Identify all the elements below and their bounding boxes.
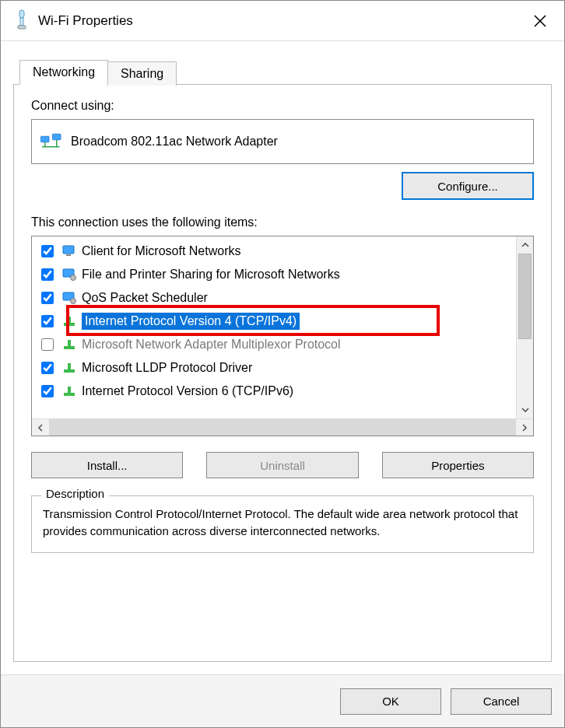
net-green-icon [61, 313, 77, 329]
svg-rect-18 [64, 346, 75, 349]
properties-button[interactable]: Properties [382, 452, 534, 478]
tab-networking[interactable]: Networking [19, 60, 108, 85]
configure-button[interactable]: Configure... [402, 172, 534, 200]
svg-rect-10 [63, 246, 74, 254]
tab-sharing[interactable]: Sharing [107, 61, 177, 86]
svg-rect-6 [53, 134, 61, 140]
description-text: Transmission Control Protocol/Internet P… [43, 506, 522, 540]
item-label: Internet Protocol Version 6 (TCP/IPv6) [82, 384, 293, 398]
description-legend: Description [41, 487, 109, 500]
item-checkbox[interactable] [41, 268, 54, 281]
items-label: This connection uses the following items… [31, 215, 534, 229]
scroll-right-arrow[interactable] [516, 419, 533, 436]
hscroll-track[interactable] [49, 419, 516, 436]
svg-point-13 [71, 275, 76, 281]
horizontal-scrollbar[interactable] [32, 418, 533, 436]
svg-rect-21 [68, 363, 71, 369]
window-title: Wi-Fi Properties [38, 13, 522, 29]
monitor-icon [61, 243, 77, 259]
net-green-icon [61, 360, 77, 376]
close-button[interactable] [522, 3, 558, 39]
svg-rect-0 [19, 10, 24, 18]
svg-point-15 [71, 299, 76, 304]
item-checkbox[interactable] [41, 245, 54, 257]
tab-body-wrap: Connect using: Broadcom 802.11ac Network… [1, 85, 564, 674]
networking-panel: Connect using: Broadcom 802.11ac Network… [13, 84, 552, 662]
adapter-name: Broadcom 802.11ac Network Adapter [71, 135, 278, 149]
scroll-down-arrow[interactable] [517, 401, 533, 418]
list-item[interactable]: Internet Protocol Version 6 (TCP/IPv6) [37, 380, 516, 403]
scroll-thumb[interactable] [518, 254, 532, 339]
connection-items-list: Client for Microsoft NetworksFile and Pr… [31, 236, 534, 436]
cancel-button[interactable]: Cancel [451, 688, 552, 715]
install-button[interactable]: Install... [31, 452, 183, 478]
wifi-properties-window: Wi-Fi Properties Networking Sharing Conn… [0, 0, 565, 728]
item-checkbox[interactable] [41, 292, 54, 304]
svg-rect-16 [64, 323, 75, 326]
list-item[interactable]: File and Printer Sharing for Microsoft N… [37, 263, 516, 286]
ok-button[interactable]: OK [340, 688, 441, 715]
svg-rect-5 [41, 136, 50, 142]
adapter-box[interactable]: Broadcom 802.11ac Network Adapter [31, 119, 534, 164]
svg-rect-1 [20, 18, 23, 26]
svg-rect-20 [64, 369, 75, 373]
vertical-scrollbar[interactable] [516, 236, 533, 418]
item-label: QoS Packet Scheduler [82, 291, 208, 305]
item-label: Microsoft LLDP Protocol Driver [82, 361, 252, 375]
app-icon [13, 9, 30, 33]
list-item[interactable]: QoS Packet Scheduler [37, 286, 516, 310]
item-checkbox[interactable] [41, 362, 54, 374]
svg-rect-2 [18, 26, 26, 29]
description-groupbox: Description Transmission Control Protoco… [31, 495, 534, 553]
item-label: Client for Microsoft Networks [82, 244, 241, 258]
title-bar: Wi-Fi Properties [1, 1, 564, 41]
svg-rect-11 [66, 254, 71, 256]
connect-using-label: Connect using: [31, 99, 534, 113]
list-item[interactable]: Internet Protocol Version 4 (TCP/IPv4) [37, 310, 516, 333]
net-green-icon [61, 337, 77, 352]
net-green-icon [61, 383, 77, 399]
tab-strip: Networking Sharing [1, 41, 564, 85]
svg-rect-22 [64, 393, 75, 396]
svg-rect-19 [68, 340, 71, 346]
scroll-up-arrow[interactable] [517, 236, 533, 254]
list-inner: Client for Microsoft NetworksFile and Pr… [32, 236, 516, 418]
scroll-left-arrow[interactable] [32, 419, 49, 436]
monitor-gear-icon [61, 290, 77, 306]
list-item[interactable]: Microsoft LLDP Protocol Driver [37, 356, 516, 380]
list-item[interactable]: Client for Microsoft Networks [37, 240, 516, 263]
dialog-footer: OK Cancel [1, 674, 564, 727]
item-label: File and Printer Sharing for Microsoft N… [82, 268, 340, 282]
item-checkbox[interactable] [41, 385, 54, 397]
item-label: Microsoft Network Adapter Multiplexor Pr… [82, 338, 341, 352]
network-adapter-icon [40, 131, 63, 152]
item-checkbox[interactable] [41, 338, 54, 351]
item-label: Internet Protocol Version 4 (TCP/IPv4) [82, 313, 300, 330]
item-checkbox[interactable] [41, 315, 54, 327]
list-item[interactable]: Microsoft Network Adapter Multiplexor Pr… [37, 333, 516, 356]
monitor-gear-icon [61, 267, 77, 282]
uninstall-button[interactable]: Uninstall [206, 452, 358, 478]
svg-rect-23 [68, 387, 71, 393]
svg-rect-17 [68, 317, 71, 323]
